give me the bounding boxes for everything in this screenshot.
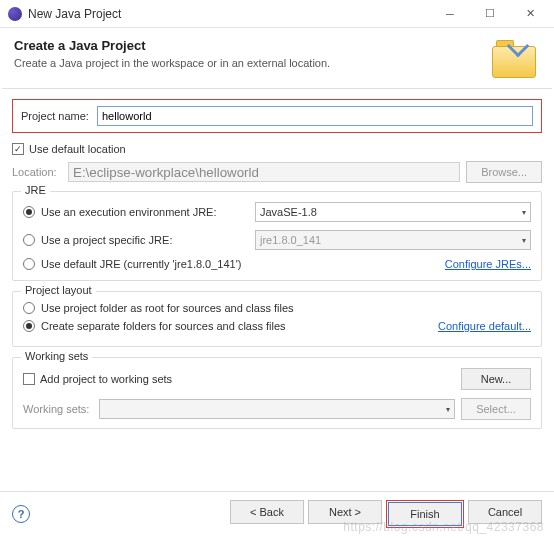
select-working-set-button: Select...	[461, 398, 531, 420]
page-title: Create a Java Project	[14, 38, 492, 53]
layout-root-radio[interactable]	[23, 302, 35, 314]
new-working-set-button[interactable]: New...	[461, 368, 531, 390]
configure-default-link[interactable]: Configure default...	[438, 320, 531, 338]
location-input	[68, 162, 460, 182]
configure-jres-link[interactable]: Configure JREs...	[445, 258, 531, 270]
dialog-header: Create a Java Project Create a Java proj…	[0, 28, 554, 88]
layout-group: Project layout Use project folder as roo…	[12, 291, 542, 347]
finish-highlight: Finish	[386, 500, 464, 528]
close-button[interactable]: ✕	[510, 1, 550, 27]
jre-env-value: JavaSE-1.8	[260, 206, 317, 218]
working-sets-group: Working sets Add project to working sets…	[12, 357, 542, 429]
add-to-working-sets-row: Add project to working sets New...	[23, 368, 531, 390]
location-label: Location:	[12, 166, 68, 178]
add-to-working-sets-checkbox[interactable]	[23, 373, 35, 385]
project-name-input[interactable]	[97, 106, 533, 126]
jre-option-specific-row: Use a project specific JRE: jre1.8.0_141…	[23, 230, 531, 250]
next-button[interactable]: Next >	[308, 500, 382, 524]
chevron-down-icon: ▾	[522, 236, 526, 245]
window-title: New Java Project	[28, 7, 430, 21]
jre-default-radio[interactable]	[23, 258, 35, 270]
finish-button[interactable]: Finish	[388, 502, 462, 526]
layout-separate-radio[interactable]	[23, 320, 35, 332]
browse-button: Browse...	[466, 161, 542, 183]
jre-group-title: JRE	[21, 184, 50, 196]
location-row: Location: Browse...	[12, 161, 542, 183]
chevron-down-icon: ▾	[522, 208, 526, 217]
help-icon[interactable]: ?	[12, 505, 30, 523]
use-default-location-checkbox[interactable]	[12, 143, 24, 155]
jre-default-label: Use default JRE (currently 'jre1.8.0_141…	[41, 258, 241, 270]
jre-option-default-row: Use default JRE (currently 'jre1.8.0_141…	[23, 258, 531, 270]
working-sets-dropdown: ▾	[99, 399, 455, 419]
jre-specific-radio[interactable]	[23, 234, 35, 246]
jre-specific-label: Use a project specific JRE:	[41, 234, 172, 246]
jre-env-label: Use an execution environment JRE:	[41, 206, 216, 218]
titlebar: New Java Project ─ ☐ ✕	[0, 0, 554, 28]
jre-group: JRE Use an execution environment JRE: Ja…	[12, 191, 542, 281]
chevron-down-icon: ▾	[446, 405, 450, 414]
jre-specific-value: jre1.8.0_141	[260, 234, 321, 246]
project-name-row: Project name:	[12, 99, 542, 133]
cancel-button[interactable]: Cancel	[468, 500, 542, 524]
back-button[interactable]: < Back	[230, 500, 304, 524]
dialog-footer: ? < Back Next > Finish Cancel	[0, 491, 554, 538]
layout-option-separate-row: Create separate folders for sources and …	[23, 320, 438, 332]
jre-env-radio[interactable]	[23, 206, 35, 218]
jre-option-env-row: Use an execution environment JRE: JavaSE…	[23, 202, 531, 222]
maximize-button[interactable]: ☐	[470, 1, 510, 27]
add-to-working-sets-label: Add project to working sets	[40, 373, 172, 385]
use-default-location-label: Use default location	[29, 143, 126, 155]
minimize-button[interactable]: ─	[430, 1, 470, 27]
page-subtitle: Create a Java project in the workspace o…	[14, 57, 492, 69]
layout-group-title: Project layout	[21, 284, 96, 296]
layout-separate-label: Create separate folders for sources and …	[41, 320, 286, 332]
working-sets-select-row: Working sets: ▾ Select...	[23, 398, 531, 420]
jre-env-dropdown[interactable]: JavaSE-1.8 ▾	[255, 202, 531, 222]
project-name-label: Project name:	[21, 110, 97, 122]
jre-specific-dropdown: jre1.8.0_141 ▾	[255, 230, 531, 250]
layout-root-label: Use project folder as root for sources a…	[41, 302, 294, 314]
working-sets-label: Working sets:	[23, 403, 99, 415]
working-sets-group-title: Working sets	[21, 350, 92, 362]
window-controls: ─ ☐ ✕	[430, 1, 550, 27]
app-icon	[8, 7, 22, 21]
wizard-icon	[492, 38, 540, 78]
layout-option-root-row: Use project folder as root for sources a…	[23, 302, 531, 314]
use-default-location-row[interactable]: Use default location	[12, 143, 542, 155]
